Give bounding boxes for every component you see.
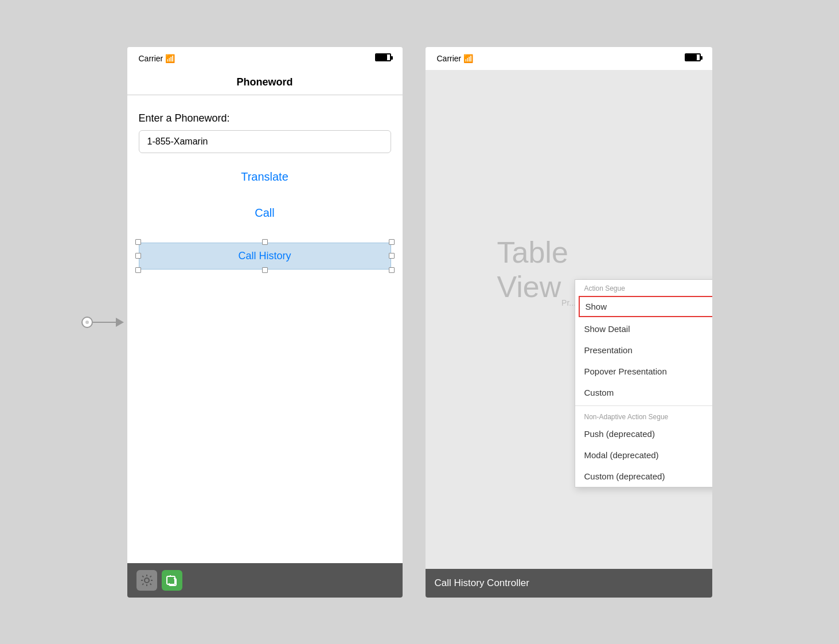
right-footer: Call History Controller [426,569,712,598]
right-carrier-label: Carrier [437,54,462,63]
right-wifi-icon: 📶 [463,54,473,63]
toolbar-navigate-icon[interactable] [162,570,182,591]
wifi-icon: 📶 [165,54,175,63]
svg-point-0 [145,578,149,583]
left-iphone-panel: Carrier 📶 Phoneword Enter a Phoneword: T… [127,47,403,598]
left-navbar: Phoneword [127,70,403,95]
connector-line [93,322,116,323]
right-carrier-area: Carrier 📶 [437,54,474,63]
action-segue-header: Action Segue [575,280,712,295]
dropdown-item-presentation[interactable]: Presentation [575,339,712,361]
iphone-toolbar [127,563,403,598]
connector-arrowhead [116,318,124,327]
left-statusbar: Carrier 📶 [127,47,403,70]
call-history-button[interactable]: Call History [139,243,391,270]
iphone-content-area: Enter a Phoneword: Translate Call Call H… [127,95,403,563]
dropdown-item-show[interactable]: Show [579,296,712,317]
carrier-area: Carrier 📶 [139,54,175,63]
dropdown-item-popover[interactable]: Popover Presentation [575,361,712,382]
connector-source-circle [81,317,93,328]
phoneword-input[interactable] [139,130,391,153]
right-content-area: Table View Pr... Action Segue Show Show … [426,70,712,569]
footer-title: Call History Controller [435,577,529,589]
toolbar-settings-icon[interactable] [136,570,157,591]
translate-button[interactable]: Translate [139,165,391,189]
right-battery-icon [685,53,701,61]
carrier-label: Carrier [139,54,163,63]
segue-arrow [81,317,124,328]
non-adaptive-header: Non-Adaptive Action Segue [575,408,712,423]
call-button[interactable]: Call [139,201,391,225]
prototype-label: Pr... [561,298,576,307]
segue-dropdown-menu: Action Segue Show Show Detail Presentati… [575,279,712,487]
right-statusbar: Carrier 📶 [426,47,712,70]
battery-icon [375,53,391,61]
right-panel: Carrier 📶 Table View Pr... Action Segue … [426,47,712,598]
dropdown-item-show-detail[interactable]: Show Detail [575,318,712,339]
right-battery-area [685,53,701,63]
dropdown-item-custom[interactable]: Custom [575,382,712,403]
battery-area [375,53,391,63]
call-history-wrapper: Call History [139,243,391,270]
svg-rect-1 [167,576,175,584]
navbar-title: Phoneword [237,76,293,88]
dropdown-item-push[interactable]: Push (deprecated) [575,423,712,444]
dropdown-item-modal[interactable]: Modal (deprecated) [575,444,712,466]
dropdown-item-custom-deprecated[interactable]: Custom (deprecated) [575,466,712,487]
phoneword-label: Enter a Phoneword: [139,112,391,124]
